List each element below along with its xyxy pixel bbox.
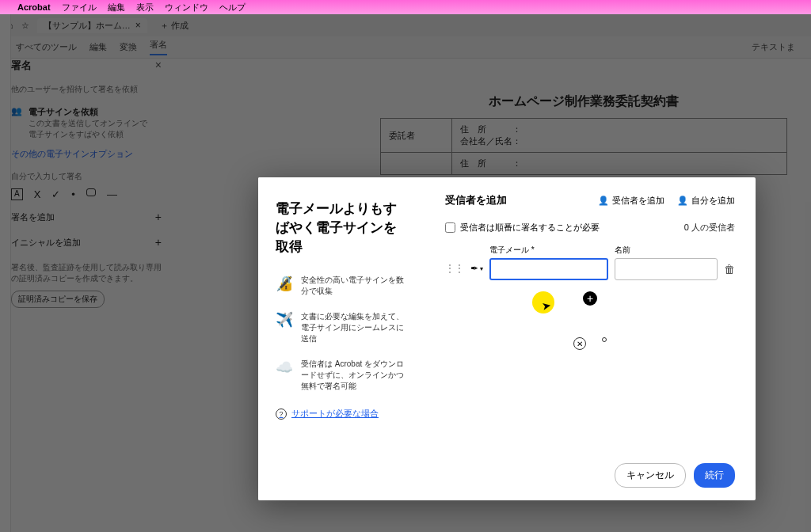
mac-menubar: Acrobat ファイル 編集 表示 ウィンドウ ヘルプ (0, 0, 811, 14)
add-row-button[interactable]: + (583, 291, 597, 306)
send-icon: ✈️ (276, 311, 293, 329)
delete-recipient-icon[interactable]: 🗑 (724, 263, 735, 280)
cancel-button[interactable]: キャンセル (615, 463, 686, 488)
cloud-icon: ☁️ (276, 359, 293, 376)
drag-handle-icon[interactable]: ⋮⋮ (445, 263, 464, 280)
role-selector[interactable]: ✒︎▾ (470, 263, 483, 280)
help-icon: ? (276, 408, 287, 420)
name-label: 名前 (615, 245, 718, 256)
chevron-down-icon: ▾ (480, 265, 483, 272)
recipient-count: 0 人の受信者 (684, 222, 735, 234)
recipient-row: ⋮⋮ ✒︎▾ 電子メール * 名前 🗑 (445, 245, 735, 280)
cursor-icon: ➤ (541, 298, 553, 313)
sign-order-checkbox[interactable] (445, 222, 455, 233)
menu-window[interactable]: ウィンドウ (165, 2, 208, 13)
modal-form-panel: 受信者を追加 👤 受信者を追加 👤 自分を追加 受信者は順番に署名することが必要… (425, 177, 756, 500)
app-name[interactable]: Acrobat (17, 2, 51, 12)
close-icon[interactable]: ✕ (573, 337, 586, 350)
add-self-button[interactable]: 👤 自分を追加 (677, 195, 735, 207)
email-label: 電子メール * (489, 245, 608, 256)
add-recipient-button[interactable]: 👤 受信者を追加 (598, 195, 664, 207)
name-input[interactable] (615, 258, 718, 280)
modal-info-panel: 電子メールよりもすばやく電子サインを取得 🔏 安全性の高い電子サインを数分で収集… (258, 177, 425, 500)
add-recipients-modal: 電子メールよりもすばやく電子サインを取得 🔏 安全性の高い電子サインを数分で収集… (258, 177, 756, 500)
continue-button[interactable]: 続行 (694, 463, 735, 488)
status-icons: ✕ (445, 337, 735, 350)
menu-view[interactable]: 表示 (136, 2, 154, 13)
shield-icon: 🔏 (276, 275, 293, 292)
email-input[interactable] (489, 258, 608, 280)
menu-help[interactable]: ヘルプ (219, 2, 246, 13)
menu-edit[interactable]: 編集 (108, 2, 125, 13)
loading-dot-icon (602, 337, 607, 342)
sign-order-label: 受信者は順番に署名することが必要 (460, 222, 600, 234)
help-link[interactable]: ? サポートが必要な場合 (276, 408, 407, 420)
person-self-icon: 👤 (677, 196, 688, 206)
menu-file[interactable]: ファイル (62, 2, 97, 13)
person-plus-icon: 👤 (598, 196, 609, 206)
modal-title: 受信者を追加 (445, 193, 507, 207)
modal-left-title: 電子メールよりもすばやく電子サインを取得 (276, 200, 407, 256)
